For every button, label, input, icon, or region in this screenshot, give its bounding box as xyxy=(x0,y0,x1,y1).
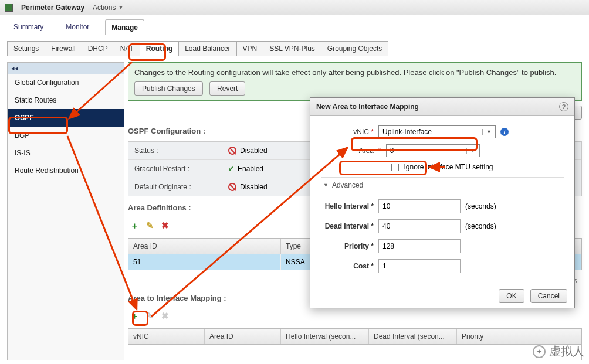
chevron-down-icon: ▼ xyxy=(482,129,492,135)
sidebar-item-route-redist[interactable]: Route Redistribution xyxy=(8,162,124,179)
col-dead[interactable]: Dead Interval (secon... xyxy=(369,329,457,344)
help-icon[interactable]: ? xyxy=(559,102,568,111)
required-icon: * xyxy=(371,128,374,136)
cost-input[interactable] xyxy=(378,259,461,273)
aim-toolbar: ＋ ✎ ✖ xyxy=(128,308,582,324)
hello-label: Hello Interval * xyxy=(321,202,374,210)
aim-grid: vNIC Area ID Hello Interval (secon... De… xyxy=(128,328,582,360)
chevron-down-icon: ▼ xyxy=(118,5,123,11)
edit-mapping-icon: ✎ xyxy=(144,311,155,321)
tab-monitor[interactable]: Monitor xyxy=(59,19,96,35)
ignore-mtu-checkbox[interactable] xyxy=(391,164,399,171)
publish-banner: Changes to the Routing configuration wil… xyxy=(128,62,582,101)
sidebar-item-bgp[interactable]: BGP xyxy=(8,127,124,144)
hello-input[interactable] xyxy=(378,199,461,213)
col-priority[interactable]: Priority xyxy=(457,329,581,344)
new-mapping-dialog: New Area to Interface Mapping ? vNIC * U… xyxy=(310,97,575,308)
hello-unit: (seconds) xyxy=(465,202,496,210)
enabled-icon: ✔ xyxy=(228,165,234,173)
advanced-label: Advanced xyxy=(332,181,363,189)
window-titlebar: Perimeter Gateway Actions ▼ xyxy=(0,0,589,15)
disabled-icon xyxy=(228,147,236,155)
subtab-routing[interactable]: Routing xyxy=(140,41,179,56)
vnic-label: vNIC xyxy=(353,128,369,136)
actions-label: Actions xyxy=(93,4,116,12)
col-vnic[interactable]: vNIC xyxy=(128,329,205,344)
subtab-grouping[interactable]: Grouping Objects xyxy=(321,41,388,56)
subtab-vpn[interactable]: VPN xyxy=(237,41,264,56)
advanced-toggle[interactable]: ▼ Advanced xyxy=(321,177,564,193)
wechat-icon: ✦ xyxy=(533,345,546,358)
col-hello[interactable]: Hello Interval (secon... xyxy=(281,329,369,344)
ignore-mtu-label: Ignore Interface MTU setting xyxy=(404,163,493,171)
cancel-button[interactable]: Cancel xyxy=(530,289,567,303)
add-icon[interactable]: ＋ xyxy=(129,220,140,231)
sidebar-item-ospf[interactable]: OSPF xyxy=(8,109,124,127)
delete-icon[interactable]: ✖ xyxy=(160,220,170,231)
status-value: Disabled xyxy=(240,147,268,155)
col-area-id[interactable]: Area ID xyxy=(128,239,281,254)
subtab-firewall[interactable]: Firewall xyxy=(45,41,82,56)
revert-button[interactable]: Revert xyxy=(209,81,245,96)
aim-empty-row xyxy=(128,345,581,360)
sidebar-item-global[interactable]: Global Configuration xyxy=(8,74,124,91)
default-orig-label: Default Originate : xyxy=(128,178,222,196)
col-areaid[interactable]: Area ID xyxy=(205,329,281,344)
area-label: Area xyxy=(359,147,374,155)
required-icon: * xyxy=(378,147,381,155)
cell-area-id: 51 xyxy=(128,254,281,270)
priority-label: Priority * xyxy=(321,242,374,250)
area-value: 0 xyxy=(390,147,394,155)
triangle-down-icon: ▼ xyxy=(323,182,329,188)
dialog-title: New Area to Interface Mapping xyxy=(316,103,419,111)
cost-label: Cost * xyxy=(321,262,374,270)
window-title: Perimeter Gateway xyxy=(21,4,84,12)
sidebar-item-static-routes[interactable]: Static Routes xyxy=(8,91,124,109)
tab-manage[interactable]: Manage xyxy=(105,19,144,35)
dead-input[interactable] xyxy=(378,219,461,233)
tab-summary[interactable]: Summary xyxy=(7,19,50,35)
dead-label: Dead Interval * xyxy=(321,222,374,230)
watermark-text: 虚拟人 xyxy=(549,343,584,359)
dead-unit: (seconds) xyxy=(465,222,496,230)
vnic-select[interactable]: Uplink-Interface ▼ xyxy=(378,125,496,138)
subtab-nat[interactable]: NAT xyxy=(114,41,140,56)
edit-icon[interactable]: ✎ xyxy=(144,220,155,231)
sidebar-collapse[interactable]: ◂◂ xyxy=(8,63,124,74)
area-select[interactable]: 0 ▼ xyxy=(386,144,480,157)
banner-message: Changes to the Routing configuration wil… xyxy=(134,67,576,78)
status-label: Status : xyxy=(128,142,222,159)
publish-button[interactable]: Publish Changes xyxy=(134,81,203,96)
sidebar-item-isis[interactable]: IS-IS xyxy=(8,144,124,162)
primary-tabstrip: Summary Monitor Manage xyxy=(0,15,589,35)
actions-menu[interactable]: Actions ▼ xyxy=(93,4,123,12)
routing-sidebar: ◂◂ Global Configuration Static Routes OS… xyxy=(7,62,124,360)
disabled-icon xyxy=(228,183,236,191)
priority-input[interactable] xyxy=(378,239,461,253)
subtab-dhcp[interactable]: DHCP xyxy=(82,41,114,56)
vnic-value: Uplink-Interface xyxy=(382,128,432,136)
info-icon[interactable]: i xyxy=(500,128,509,136)
graceful-value: Enabled xyxy=(238,165,263,173)
default-orig-value: Disabled xyxy=(240,183,268,191)
ok-button[interactable]: OK xyxy=(499,289,524,303)
watermark: ✦ 虚拟人 xyxy=(533,343,584,359)
graceful-label: Graceful Restart : xyxy=(128,160,222,178)
subtab-sslvpn[interactable]: SSL VPN-Plus xyxy=(263,41,321,56)
add-mapping-icon[interactable]: ＋ xyxy=(129,311,140,321)
delete-mapping-icon: ✖ xyxy=(160,311,170,321)
subtab-loadbalancer[interactable]: Load Balancer xyxy=(179,41,236,56)
subtab-strip: Settings Firewall DHCP NAT Routing Load … xyxy=(0,35,589,62)
subtab-settings[interactable]: Settings xyxy=(7,41,45,56)
chevron-down-icon: ▼ xyxy=(466,148,476,154)
app-icon xyxy=(5,4,13,12)
